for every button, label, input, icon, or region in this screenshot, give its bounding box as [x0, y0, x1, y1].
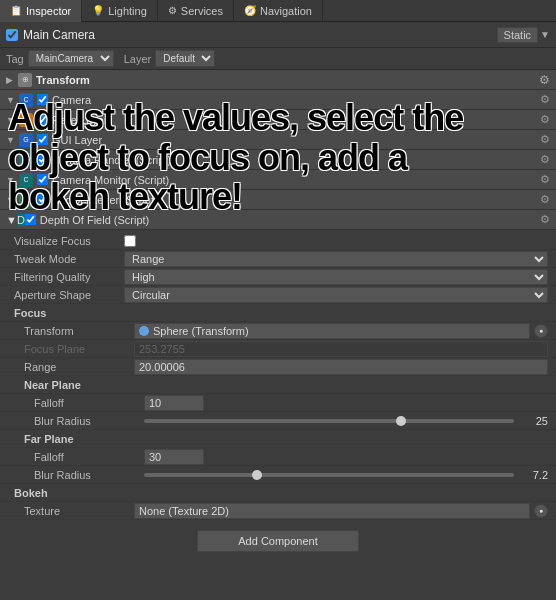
tab-navigation[interactable]: 🧭 Navigation [234, 0, 323, 22]
tweak-mode-label: Tweak Mode [14, 253, 124, 265]
far-falloff-label: Falloff [34, 451, 144, 463]
add-component-button[interactable]: Add Component [197, 530, 359, 552]
range-value [134, 359, 548, 375]
far-blur-value: 7.2 [144, 469, 548, 481]
focus-transform-row: Transform Sphere (Transform) ● [0, 322, 556, 340]
tweak-mode-value: Range [124, 251, 548, 267]
static-button[interactable]: Static [497, 27, 539, 43]
tab-inspector[interactable]: 📋 Inspector [0, 0, 82, 22]
sphere-icon [139, 326, 149, 336]
filtering-quality-label: Filtering Quality [14, 271, 124, 283]
tag-select[interactable]: MainCamera [28, 50, 114, 67]
near-falloff-input[interactable] [144, 395, 204, 411]
filtering-quality-row: Filtering Quality High [0, 268, 556, 286]
far-falloff-value [144, 449, 548, 465]
tag-layer-row: Tag MainCamera Layer Default [0, 48, 556, 70]
focus-plane-label: Focus Plane [24, 343, 134, 355]
component-list: Adjust the values, select the object to … [0, 90, 556, 210]
filtering-quality-select[interactable]: High [124, 269, 548, 285]
near-plane-label: Near Plane [0, 376, 556, 394]
range-label: Range [24, 361, 134, 373]
layer-select[interactable]: Default [155, 50, 215, 67]
focus-transform-picker[interactable]: ● [534, 324, 548, 338]
object-name: Main Camera [23, 28, 497, 42]
far-blur-number: 7.2 [520, 469, 548, 481]
focus-plane-input[interactable] [134, 341, 548, 357]
lighting-icon: 💡 [92, 5, 104, 16]
focus-transform-value: Sphere (Transform) ● [134, 323, 548, 339]
far-blur-slider[interactable] [144, 473, 514, 477]
overlay-text: Adjust the values, select the object to … [0, 90, 556, 225]
visualize-focus-row: Visualize Focus [0, 232, 556, 250]
bokeh-texture-row: Texture None (Texture 2D) ● [0, 502, 556, 520]
near-blur-slider-container: 25 [144, 415, 548, 427]
tweak-mode-select[interactable]: Range [124, 251, 548, 267]
aperture-shape-row: Aperture Shape Circular [0, 286, 556, 304]
filtering-quality-value: High [124, 269, 548, 285]
range-input[interactable] [134, 359, 548, 375]
near-blur-row: Blur Radius 25 [0, 412, 556, 430]
transform-arrow: ▶ [6, 75, 13, 85]
focus-transform-label: Transform [24, 325, 134, 337]
focus-plane-value [134, 341, 548, 357]
focus-subsection-label: Focus [0, 304, 556, 322]
bokeh-label: Bokeh [0, 484, 556, 502]
bokeh-texture-label: Texture [24, 505, 134, 517]
focus-plane-row: Focus Plane [0, 340, 556, 358]
far-blur-label: Blur Radius [34, 469, 144, 481]
object-active-checkbox[interactable] [6, 29, 18, 41]
bottom-area: Add Component [0, 522, 556, 560]
overlay-heading: Adjust the values, select the object to … [8, 98, 548, 217]
far-blur-row: Blur Radius 7.2 [0, 466, 556, 484]
range-row: Range [0, 358, 556, 376]
near-blur-slider[interactable] [144, 419, 514, 423]
transform-title: Transform [36, 74, 535, 86]
tab-bar: 📋 Inspector 💡 Lighting ⚙ Services 🧭 Navi… [0, 0, 556, 22]
navigation-icon: 🧭 [244, 5, 256, 16]
visualize-focus-checkbox[interactable] [124, 235, 136, 247]
transform-icon: ⊕ [18, 73, 32, 87]
near-falloff-value [144, 395, 548, 411]
tab-lighting[interactable]: 💡 Lighting [82, 0, 158, 22]
layer-label: Layer [124, 53, 152, 65]
static-dropdown-arrow[interactable]: ▼ [540, 29, 550, 40]
far-plane-label: Far Plane [0, 430, 556, 448]
focus-transform-field[interactable]: Sphere (Transform) [134, 323, 530, 339]
visualize-focus-value [124, 235, 548, 247]
near-blur-label: Blur Radius [34, 415, 144, 427]
near-blur-value: 25 [144, 415, 548, 427]
near-falloff-row: Falloff [0, 394, 556, 412]
tab-services[interactable]: ⚙ Services [158, 0, 234, 22]
aperture-shape-value: Circular [124, 287, 548, 303]
transform-settings-icon[interactable]: ⚙ [539, 73, 550, 87]
dof-form: Visualize Focus Tweak Mode Range Filteri… [0, 230, 556, 522]
object-header: Main Camera Static ▼ [0, 22, 556, 48]
inspector-icon: 📋 [10, 5, 22, 16]
bokeh-texture-value: None (Texture 2D) ● [134, 503, 548, 519]
visualize-focus-label: Visualize Focus [14, 235, 124, 247]
aperture-shape-label: Aperture Shape [14, 289, 124, 301]
near-falloff-label: Falloff [34, 397, 144, 409]
bokeh-texture-picker[interactable]: ● [534, 504, 548, 518]
transform-section-header[interactable]: ▶ ⊕ Transform ⚙ [0, 70, 556, 90]
bokeh-texture-field[interactable]: None (Texture 2D) [134, 503, 530, 519]
far-falloff-input[interactable] [144, 449, 204, 465]
services-icon: ⚙ [168, 5, 177, 16]
far-blur-slider-container: 7.2 [144, 469, 548, 481]
aperture-shape-select[interactable]: Circular [124, 287, 548, 303]
tweak-mode-row: Tweak Mode Range [0, 250, 556, 268]
tag-label: Tag [6, 53, 24, 65]
near-blur-number: 25 [520, 415, 548, 427]
far-falloff-row: Falloff [0, 448, 556, 466]
